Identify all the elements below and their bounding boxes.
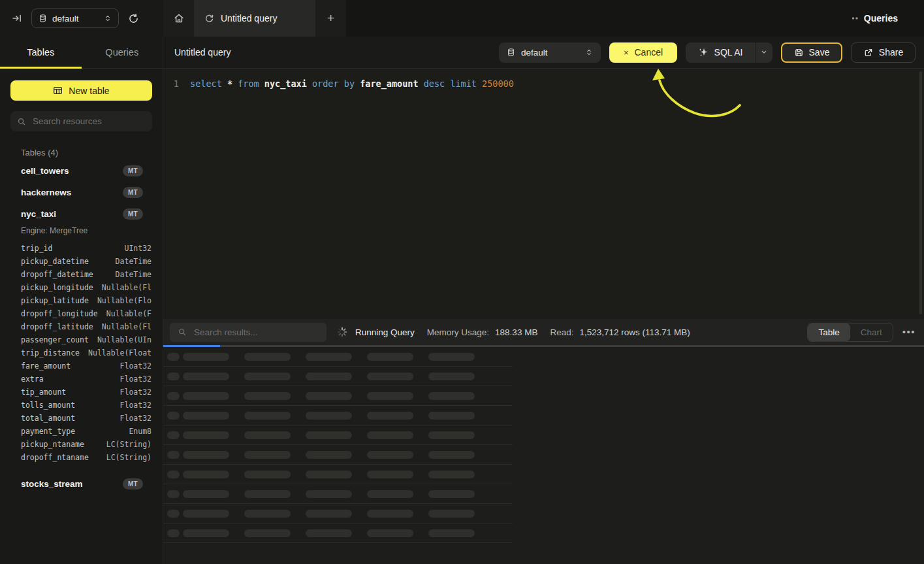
sql-ai-main[interactable]: SQL AI — [686, 42, 755, 63]
table-name: nyc_taxi — [21, 209, 56, 219]
search-results-input[interactable] — [193, 327, 319, 338]
column-type: Nullable(Float — [88, 348, 151, 357]
search-icon — [178, 327, 187, 337]
tab-untitled-query[interactable]: Untitled query — [194, 0, 315, 37]
save-icon — [794, 48, 804, 58]
skeleton-cell — [167, 529, 180, 537]
column-type: Nullable(Flo — [97, 296, 151, 305]
editor-scrollbar[interactable] — [919, 71, 922, 314]
results-search[interactable] — [170, 323, 327, 342]
sql-ai-button[interactable]: SQL AI — [686, 42, 773, 63]
sql-editor[interactable]: 1 select * from nyc_taxi order by fare_a… — [163, 69, 924, 319]
column-name: fare_amount — [21, 361, 71, 371]
column-type: Float32 — [120, 374, 151, 384]
tabstrip-spacer — [346, 0, 852, 37]
column-type: DateTime — [116, 270, 151, 279]
chevron-updown-icon — [585, 48, 593, 57]
table-name: hackernews — [21, 188, 71, 197]
skeleton-cell — [244, 529, 291, 537]
table-item-cell-towers[interactable]: cell_towers MT — [0, 160, 163, 182]
new-tab-button[interactable]: + — [315, 0, 346, 37]
more-options-icon[interactable]: ••• — [902, 329, 916, 335]
code-line[interactable]: 1 select * from nyc_taxi order by fare_a… — [163, 77, 924, 91]
column-name: dropoff_longitude — [21, 309, 98, 318]
skeleton-cell — [306, 353, 352, 361]
column-row: dropoff_longitude Nullable(F — [0, 307, 163, 320]
line-number: 1 — [163, 77, 179, 91]
results-table — [163, 347, 924, 564]
share-icon — [863, 48, 873, 58]
toggle-chart[interactable]: Chart — [850, 323, 893, 341]
column-name: dropoff_ntaname — [21, 453, 89, 462]
engine-badge: MT — [123, 208, 143, 220]
query-running-spinner-icon — [204, 14, 214, 24]
skeleton-cell — [183, 392, 229, 400]
column-type: Nullable(UIn — [97, 335, 151, 344]
plus-icon: + — [327, 11, 334, 25]
column-row: payment_type Enum8 — [0, 425, 163, 438]
table-name: stocks_stream — [21, 479, 83, 489]
skeleton-cell — [306, 431, 352, 439]
database-selector[interactable]: default — [31, 8, 119, 28]
column-type: UInt32 — [124, 244, 151, 253]
queries-link-label: Queries — [864, 13, 898, 24]
table-row-skeleton — [163, 484, 513, 504]
new-table-button[interactable]: New table — [10, 80, 152, 101]
skeleton-cell — [306, 510, 352, 518]
skeleton-cell — [167, 373, 180, 380]
cancel-button[interactable]: × Cancel — [609, 42, 677, 63]
search-resources-input[interactable] — [31, 116, 146, 127]
table-item-stocks-stream[interactable]: stocks_stream MT — [0, 473, 163, 495]
column-name: dropoff_datetime — [21, 270, 93, 279]
save-button[interactable]: Save — [781, 42, 842, 63]
column-type: Float32 — [120, 361, 151, 371]
close-icon: × — [624, 48, 629, 58]
queries-link[interactable]: Queries — [852, 0, 924, 37]
skeleton-cell — [183, 373, 229, 380]
sql-token: 250000 — [482, 78, 514, 89]
table-row-skeleton — [163, 347, 513, 367]
sql-ai-dropdown[interactable] — [755, 42, 773, 63]
table-item-nyc-taxi[interactable]: nyc_taxi MT — [0, 203, 163, 225]
toggle-table[interactable]: Table — [808, 323, 850, 341]
skeleton-cell — [428, 451, 475, 459]
column-row: dropoff_latitude Nullable(Fl — [0, 320, 163, 333]
skeleton-cell — [428, 412, 475, 420]
table-icon — [53, 86, 63, 95]
refresh-icon[interactable] — [128, 13, 139, 24]
collapse-sidebar-icon[interactable] — [12, 13, 22, 24]
query-database-selector[interactable]: default — [499, 42, 601, 63]
column-name: total_amount — [21, 414, 75, 423]
share-button[interactable]: Share — [851, 42, 916, 63]
column-name: extra — [21, 374, 44, 384]
column-row: trip_id UInt32 — [0, 242, 163, 255]
skeleton-cell — [167, 451, 180, 459]
skeleton-cell — [428, 353, 475, 361]
sidebar-tab-queries-label: Queries — [105, 47, 138, 58]
skeleton-cell — [428, 373, 475, 380]
sidebar-tab-tables[interactable]: Tables — [0, 37, 82, 68]
skeleton-cell — [244, 471, 291, 478]
home-button[interactable] — [163, 0, 194, 37]
skeleton-cell — [367, 529, 413, 537]
table-item-hackernews[interactable]: hackernews MT — [0, 182, 163, 203]
column-name: trip_id — [21, 244, 52, 253]
column-name: pickup_datetime — [21, 257, 89, 266]
skeleton-cell — [367, 392, 413, 400]
new-table-label: New table — [69, 86, 109, 96]
main-panel: Untitled query default × Cancel — [163, 37, 924, 564]
column-row: pickup_longitude Nullable(Fl — [0, 281, 163, 294]
column-row: fare_amount Float32 — [0, 359, 163, 373]
sql-token: limit — [450, 78, 482, 89]
column-name: tolls_amount — [21, 401, 75, 410]
save-label: Save — [809, 47, 830, 58]
sql-statement[interactable]: select * from nyc_taxi order by fare_amo… — [190, 77, 514, 91]
sidebar-search[interactable] — [10, 111, 152, 131]
sql-token: by — [344, 78, 360, 89]
search-icon — [17, 117, 26, 126]
database-icon — [507, 48, 515, 57]
sidebar-tab-queries[interactable]: Queries — [82, 37, 163, 68]
table-row-skeleton — [163, 386, 513, 406]
column-row: passenger_count Nullable(UIn — [0, 333, 163, 346]
query-progress-fill — [163, 345, 220, 347]
